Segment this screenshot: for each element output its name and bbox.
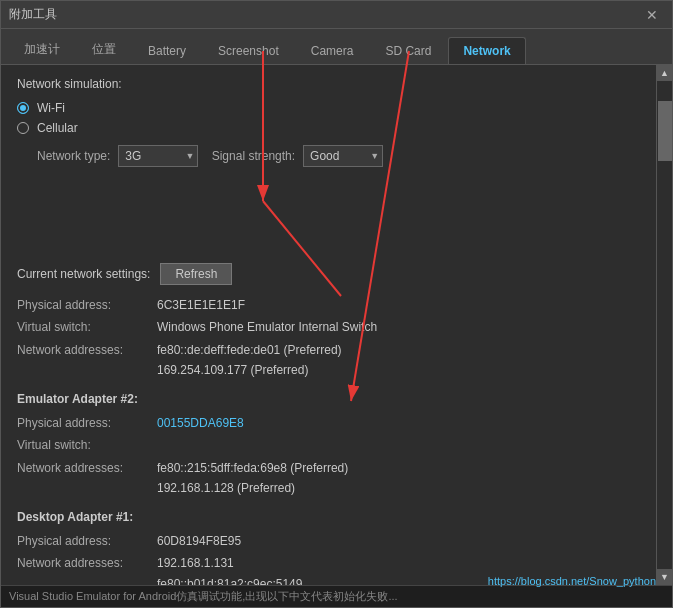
- adapter-0-netaddr-row: Network addresses: fe80::de:deff:fede:de…: [17, 340, 640, 381]
- close-button[interactable]: ✕: [640, 5, 664, 25]
- refresh-button[interactable]: Refresh: [160, 263, 232, 285]
- adapter-0-physical-row: Physical address: 6C3E1E1E1E1F: [17, 295, 640, 315]
- adapter-d1-physical-key: Physical address:: [17, 531, 157, 551]
- scrollbar-track[interactable]: [657, 81, 672, 569]
- wifi-radio[interactable]: [17, 102, 29, 114]
- dropdown-arrow-network: ▼: [185, 151, 194, 161]
- adapter-2-netaddr-val: fe80::215:5dff:feda:69e8 (Preferred)192.…: [157, 458, 348, 499]
- adapter-d1-title: Desktop Adapter #1:: [17, 507, 640, 527]
- tab-accelerate[interactable]: 加速计: [9, 34, 75, 64]
- adapter-0-netaddr-val: fe80::de:deff:fede:de01 (Preferred)169.2…: [157, 340, 342, 381]
- network-type-row: Network type: 3G ▼ Signal strength: Good…: [17, 145, 640, 167]
- adapter-0: Physical address: 6C3E1E1E1E1F Virtual s…: [17, 295, 640, 381]
- network-simulation-section: Network simulation: Wi-Fi Cellular Netwo…: [17, 77, 640, 167]
- current-network-label: Current network settings:: [17, 267, 150, 281]
- wifi-label: Wi-Fi: [37, 101, 65, 115]
- content-area: Network simulation: Wi-Fi Cellular Netwo…: [1, 65, 672, 585]
- adapter-0-physical-key: Physical address:: [17, 295, 157, 315]
- radio-group: Wi-Fi Cellular: [17, 101, 640, 135]
- adapter-d1: Desktop Adapter #1: Physical address: 60…: [17, 507, 640, 585]
- tab-network[interactable]: Network: [448, 37, 525, 64]
- tab-sdcard[interactable]: SD Card: [370, 37, 446, 64]
- adapter-2-vswitch-row: Virtual switch:: [17, 435, 640, 455]
- network-type-dropdown[interactable]: 3G ▼: [118, 145, 198, 167]
- section-title: Network simulation:: [17, 77, 640, 91]
- tab-screenshot[interactable]: Screenshot: [203, 37, 294, 64]
- scrollbar-down-arrow[interactable]: ▼: [657, 569, 673, 585]
- title-bar: 附加工具 ✕: [1, 1, 672, 29]
- adapter-d1-netaddr-key: Network addresses:: [17, 553, 157, 585]
- cellular-label: Cellular: [37, 121, 78, 135]
- dropdown-arrow-signal: ▼: [370, 151, 379, 161]
- tab-battery[interactable]: Battery: [133, 37, 201, 64]
- adapter-d1-physical-val: 60D8194F8E95: [157, 531, 241, 551]
- adapter-0-netaddr-key: Network addresses:: [17, 340, 157, 381]
- current-network-row: Current network settings: Refresh: [17, 263, 640, 285]
- adapter-2-physical-row: Physical address: 00155DDA69E8: [17, 413, 640, 433]
- bottom-bar-text: Visual Studio Emulator for Android仿真调试功能…: [9, 589, 398, 604]
- adapter-0-physical-val: 6C3E1E1E1E1F: [157, 295, 245, 315]
- main-panel: Network simulation: Wi-Fi Cellular Netwo…: [1, 65, 656, 585]
- tab-location[interactable]: 位置: [77, 34, 131, 64]
- scrollbar[interactable]: ▲ ▼: [656, 65, 672, 585]
- adapter-2: Emulator Adapter #2: Physical address: 0…: [17, 389, 640, 499]
- wifi-radio-row[interactable]: Wi-Fi: [17, 101, 640, 115]
- adapter-0-vswitch-key: Virtual switch:: [17, 317, 157, 337]
- tab-bar: 加速计 位置 Battery Screenshot Camera SD Card…: [1, 29, 672, 65]
- adapter-2-physical-val: 00155DDA69E8: [157, 413, 244, 433]
- adapter-2-physical-key: Physical address:: [17, 413, 157, 433]
- scrollbar-thumb[interactable]: [658, 101, 672, 161]
- signal-strength-label: Signal strength:: [212, 149, 295, 163]
- main-window: 附加工具 ✕ 加速计 位置 Battery Screenshot Camera …: [0, 0, 673, 608]
- tab-camera[interactable]: Camera: [296, 37, 369, 64]
- scrollbar-up-arrow[interactable]: ▲: [657, 65, 673, 81]
- adapter-2-title: Emulator Adapter #2:: [17, 389, 640, 409]
- adapter-2-netaddr-key: Network addresses:: [17, 458, 157, 499]
- network-type-label: Network type:: [37, 149, 110, 163]
- current-network-section: Current network settings: Refresh Physic…: [17, 263, 640, 585]
- bottom-bar: Visual Studio Emulator for Android仿真调试功能…: [1, 585, 672, 607]
- adapter-d1-netaddr-val: 192.168.1.131fe80::b01d:81a2:c9ec:5149: [157, 553, 302, 585]
- adapter-2-netaddr-row: Network addresses: fe80::215:5dff:feda:6…: [17, 458, 640, 499]
- watermark: https://blog.csdn.net/Snow_python: [488, 575, 656, 587]
- adapter-0-vswitch-row: Virtual switch: Windows Phone Emulator I…: [17, 317, 640, 337]
- adapter-0-vswitch-val: Windows Phone Emulator Internal Switch: [157, 317, 377, 337]
- adapter-2-vswitch-key: Virtual switch:: [17, 435, 157, 455]
- cellular-radio-row[interactable]: Cellular: [17, 121, 640, 135]
- adapter-d1-physical-row: Physical address: 60D8194F8E95: [17, 531, 640, 551]
- cellular-radio[interactable]: [17, 122, 29, 134]
- signal-strength-dropdown[interactable]: Good ▼: [303, 145, 383, 167]
- title-text: 附加工具: [9, 6, 57, 23]
